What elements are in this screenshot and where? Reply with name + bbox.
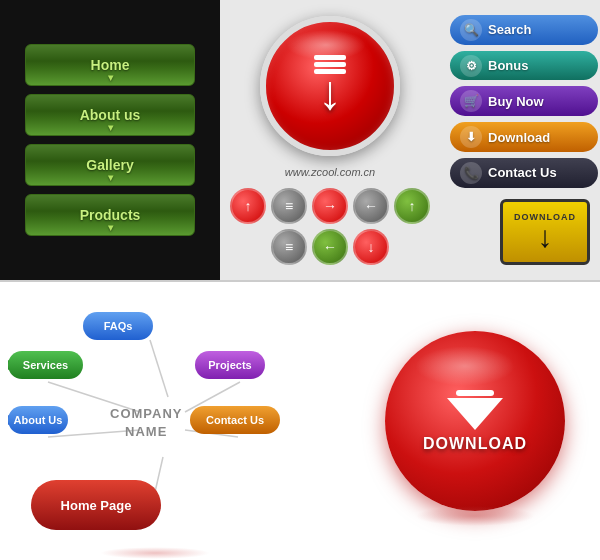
download-nav-button[interactable]: ⬇ Download bbox=[450, 122, 598, 152]
small-left-arrow-gray[interactable]: ← bbox=[353, 188, 389, 224]
contactus-nav-label: Contact Us bbox=[488, 165, 557, 180]
bonus-nav-button[interactable]: ⚙ Bonus bbox=[450, 51, 598, 81]
small-lines-gray[interactable]: ≡ bbox=[271, 188, 307, 224]
big-dl-arrow-icon bbox=[447, 390, 503, 430]
bonus-icon: ⚙ bbox=[460, 55, 482, 77]
menu-aboutus-button[interactable]: About us bbox=[25, 94, 195, 136]
buynow-nav-button[interactable]: 🛒 Buy Now bbox=[450, 86, 598, 116]
yellow-download-box[interactable]: DOWNLOAD ↓ bbox=[500, 199, 590, 265]
services-label: Services bbox=[23, 359, 68, 371]
contactus-bubble[interactable]: Contact Us bbox=[190, 406, 280, 434]
phone-icon: 📞 bbox=[460, 162, 482, 184]
company-name-text: COMPANY NAME bbox=[110, 406, 182, 439]
projects-label: Projects bbox=[208, 359, 251, 371]
bonus-nav-label: Bonus bbox=[488, 58, 528, 73]
download-icon: ⬇ bbox=[460, 126, 482, 148]
small-arrows-row: ↑ ≡ → ← ↑ ≡ ← ↓ bbox=[230, 188, 430, 265]
menu-products-label: Products bbox=[80, 207, 141, 223]
big-download-label: DOWNLOAD bbox=[423, 435, 527, 453]
download-nav-label: Download bbox=[488, 130, 550, 145]
company-name-label: COMPANY NAME bbox=[110, 387, 182, 442]
search-nav-label: Search bbox=[488, 22, 531, 37]
homepage-label: Home Page bbox=[61, 498, 132, 513]
menu-products-button[interactable]: Products bbox=[25, 194, 195, 236]
contactus-nav-button[interactable]: 📞 Contact Us bbox=[450, 158, 598, 188]
faqs-label: FAQs bbox=[104, 320, 133, 332]
yellow-download-arrow-icon: ↓ bbox=[538, 222, 553, 252]
menu-gallery-label: Gallery bbox=[86, 157, 133, 173]
small-up-arrow-red[interactable]: ↑ bbox=[230, 188, 266, 224]
big-red-download-button[interactable]: DOWNLOAD bbox=[385, 331, 565, 511]
right-nav-panel: 🔍 Search ⚙ Bonus 🛒 Buy Now ⬇ Download 📞 … bbox=[440, 0, 600, 280]
download-arrow-icon: ↓ bbox=[314, 55, 346, 117]
center-panel: ↓ www.zcool.com.cn ↑ ≡ → ← ↑ ≡ ← ↓ bbox=[220, 0, 440, 280]
website-url: www.zcool.com.cn bbox=[285, 166, 375, 178]
homepage-bubble[interactable]: Home Page bbox=[31, 480, 161, 530]
search-icon: 🔍 bbox=[460, 19, 482, 41]
menu-home-button[interactable]: Home bbox=[25, 44, 195, 86]
mindmap-diagram: COMPANY NAME FAQs Services Projects bbox=[0, 282, 350, 560]
projects-bubble[interactable]: Projects bbox=[195, 351, 265, 379]
buynow-nav-label: Buy Now bbox=[488, 94, 544, 109]
menu-home-label: Home bbox=[91, 57, 130, 73]
services-bubble[interactable]: Services bbox=[8, 351, 83, 379]
small-right-arrow-red[interactable]: → bbox=[312, 188, 348, 224]
aboutus-label: About Us bbox=[14, 414, 63, 426]
faqs-bubble[interactable]: FAQs bbox=[83, 312, 153, 340]
search-nav-button[interactable]: 🔍 Search bbox=[450, 15, 598, 45]
small-up-arrow-green[interactable]: ↑ bbox=[394, 188, 430, 224]
big-download-button[interactable]: ↓ bbox=[260, 16, 400, 156]
small-down-arrow-red[interactable]: ↓ bbox=[353, 229, 389, 265]
aboutus-bubble[interactable]: About Us bbox=[8, 406, 68, 434]
svg-line-5 bbox=[155, 457, 163, 492]
small-lines-gray-2[interactable]: ≡ bbox=[271, 229, 307, 265]
cart-icon: 🛒 bbox=[460, 90, 482, 112]
right-download-panel: DOWNLOAD bbox=[350, 282, 600, 560]
contactus-label: Contact Us bbox=[206, 414, 264, 426]
menu-gallery-button[interactable]: Gallery bbox=[25, 144, 195, 186]
menu-aboutus-label: About us bbox=[80, 107, 141, 123]
left-menu-panel: Home About us Gallery Products bbox=[0, 0, 220, 280]
small-left-arrow-green[interactable]: ← bbox=[312, 229, 348, 265]
